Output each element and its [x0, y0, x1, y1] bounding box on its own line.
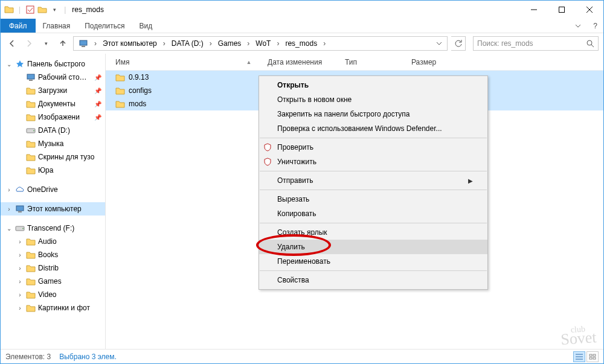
ribbon-tab-view[interactable]: Вид [132, 19, 159, 33]
window-title: res_mods [72, 5, 104, 14]
ribbon-tab-share[interactable]: Поделиться [77, 19, 132, 33]
expand-icon[interactable]: › [5, 187, 13, 193]
tree-item[interactable]: Юра [1, 164, 105, 177]
nav-up-button[interactable] [56, 37, 69, 50]
file-name: 0.9.13 [129, 73, 149, 81]
ctx-cut[interactable]: Вырезать [259, 192, 487, 206]
crumb[interactable]: Этот компьютер [100, 37, 159, 50]
qat-dropdown-icon[interactable]: ▾ [50, 5, 59, 14]
ctx-send-to[interactable]: Отправить ▶ [259, 173, 487, 188]
tree-item[interactable]: Скрины для тузо [1, 150, 105, 164]
chevron-right-icon[interactable]: › [245, 39, 252, 48]
folder-icon [26, 86, 36, 95]
crumb-pc-icon[interactable] [76, 37, 91, 50]
chevron-right-icon[interactable]: › [274, 39, 281, 48]
ctx-delete[interactable]: Удалить [259, 240, 487, 254]
crumb[interactable]: res_mods [283, 37, 320, 50]
expand-icon[interactable]: › [16, 238, 24, 245]
nav-recent-button[interactable]: ▾ [39, 37, 53, 50]
column-size[interactable]: Размер [411, 58, 460, 66]
column-date[interactable]: Дата изменения [268, 58, 345, 66]
ctx-open-new-window[interactable]: Открыть в новом окне [259, 92, 487, 107]
ribbon-expand-icon[interactable] [569, 19, 587, 33]
close-button[interactable] [576, 1, 603, 19]
search-placeholder: Поиск: res_mods [477, 39, 533, 48]
maximize-button[interactable] [548, 1, 576, 19]
tree-item[interactable]: ›Video [1, 288, 105, 301]
refresh-button[interactable] [451, 36, 466, 51]
search-input[interactable]: Поиск: res_mods [473, 36, 599, 51]
ctx-create-shortcut[interactable]: Создать ярлык [259, 225, 487, 240]
qat-newfolder-icon[interactable] [37, 5, 47, 14]
view-large-icons-button[interactable] [586, 351, 599, 362]
ctx-av-scan[interactable]: Проверить [259, 140, 487, 155]
tree-onedrive[interactable]: › OneDrive [1, 183, 105, 196]
ctx-copy[interactable]: Копировать [259, 206, 487, 221]
column-name[interactable]: Имя ▲ [115, 58, 268, 66]
tree-item[interactable]: Музыка [1, 137, 105, 150]
context-menu: Открыть Открыть в новом окне Закрепить н… [259, 75, 488, 290]
svg-rect-15 [590, 357, 592, 359]
ctx-av-shred[interactable]: Уничтожить [259, 155, 487, 169]
expand-icon[interactable]: › [16, 305, 24, 311]
tree-item[interactable]: Изображени📌 [1, 110, 105, 124]
tree-label: Рабочий сто… [38, 73, 87, 81]
expand-icon[interactable]: › [16, 252, 24, 258]
chevron-right-icon[interactable]: › [321, 39, 328, 48]
collapse-icon[interactable]: ⌄ [5, 225, 13, 232]
ctx-properties[interactable]: Свойства [259, 273, 487, 287]
svg-rect-5 [27, 74, 34, 79]
crumb[interactable]: WoT [253, 37, 273, 50]
expand-icon[interactable]: › [16, 292, 24, 298]
svg-rect-14 [593, 354, 596, 356]
tree-this-pc[interactable]: › Этот компьютер [1, 202, 105, 216]
expand-icon[interactable]: › [16, 265, 24, 272]
navigation-tree[interactable]: ⌄ Панель быстрого Рабочий сто…📌Загрузки📌… [1, 54, 106, 349]
star-icon [15, 59, 25, 69]
crumb[interactable]: DATA (D:) [169, 37, 206, 50]
tree-item[interactable]: ›Audio [1, 235, 105, 248]
tree-item[interactable]: ›Games [1, 275, 105, 288]
nav-forward-button[interactable] [22, 37, 36, 50]
address-dropdown-icon[interactable] [434, 40, 445, 46]
sort-indicator-icon: ▲ [246, 59, 252, 65]
address-bar[interactable]: › Этот компьютер › DATA (D:) › Games › W… [73, 36, 448, 51]
separator: | [19, 5, 21, 14]
ctx-defender-scan[interactable]: Проверка с использованием Windows Defend… [259, 121, 487, 136]
expand-icon[interactable]: › [5, 206, 13, 212]
svg-rect-2 [80, 40, 87, 45]
column-type[interactable]: Тип [345, 58, 411, 66]
file-tab[interactable]: Файл [1, 19, 36, 33]
tree-item[interactable]: Рабочий сто…📌 [1, 71, 105, 84]
tree-item[interactable]: Документы📌 [1, 97, 105, 110]
folder-icon [26, 152, 36, 162]
tree-item[interactable]: ›Distrib [1, 261, 105, 275]
tree-label: Этот компьютер [27, 205, 82, 213]
tree-transcend[interactable]: ⌄ Transcend (F:) [1, 222, 105, 235]
tree-item[interactable]: ›Books [1, 248, 105, 261]
nav-back-button[interactable] [5, 37, 19, 50]
titlebar: | ▾ | res_mods [1, 1, 603, 19]
crumb[interactable]: Games [216, 37, 244, 50]
ctx-pin-quick-access[interactable]: Закрепить на панели быстрого доступа [259, 107, 487, 121]
tree-item[interactable]: Загрузки📌 [1, 84, 105, 97]
tree-item[interactable]: ›Картинки и фот [1, 301, 105, 315]
ctx-rename[interactable]: Переименовать [259, 254, 487, 269]
ctx-open[interactable]: Открыть [259, 78, 487, 92]
folder-icon [115, 99, 125, 109]
qat-properties-icon[interactable] [25, 5, 35, 14]
ribbon-help-icon[interactable]: ? [587, 19, 603, 33]
chevron-right-icon[interactable]: › [207, 39, 214, 48]
tree-item[interactable]: DATA (D:) [1, 124, 105, 137]
drive-icon [26, 126, 36, 135]
chevron-right-icon[interactable]: › [92, 39, 99, 48]
ribbon-tab-home[interactable]: Главная [36, 19, 78, 33]
chevron-right-icon[interactable]: › [161, 39, 168, 48]
minimize-button[interactable] [520, 1, 548, 19]
shield-icon [263, 142, 272, 152]
view-details-button[interactable] [573, 351, 585, 362]
expand-icon[interactable]: › [16, 278, 24, 285]
pc-icon [15, 204, 25, 214]
tree-quick-access[interactable]: ⌄ Панель быстрого [1, 57, 105, 71]
collapse-icon[interactable]: ⌄ [5, 61, 13, 68]
